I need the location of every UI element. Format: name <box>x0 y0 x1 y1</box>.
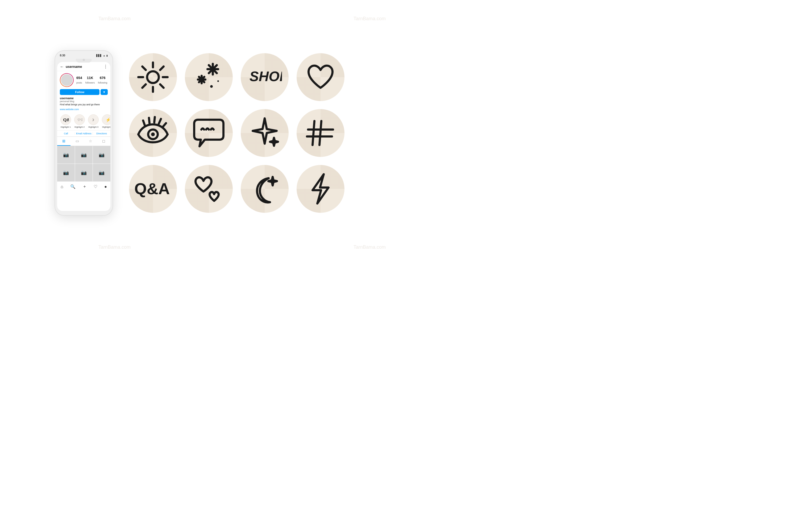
svg-text:Q&: Q& <box>63 117 69 122</box>
svg-point-4 <box>147 71 159 83</box>
highlight-item-2[interactable]: ♡♡ Highlight 2 <box>74 114 86 128</box>
icon-grid: SHOP <box>129 53 344 213</box>
qa-text-icon: Q&A <box>133 172 173 206</box>
highlight-item-1[interactable]: Q& Highlight 1 <box>60 114 72 128</box>
photo-cell-1: 📷 <box>57 146 75 164</box>
ig-bio-link[interactable]: www.website.com <box>60 108 79 111</box>
grid-tab-tagged[interactable]: ☆ <box>84 137 97 146</box>
svg-line-10 <box>160 84 164 88</box>
highlight-circle-3: ☽ <box>88 114 99 125</box>
eye-icon-circle <box>129 109 177 157</box>
ig-follow-row: Follow ▼ <box>60 89 108 95</box>
stat-posts-value: 654 <box>76 76 82 80</box>
qa-icon-circle: Q&A <box>129 165 177 213</box>
phone-notch <box>76 59 92 62</box>
grid-tab-posts[interactable]: ⊞ <box>57 137 71 146</box>
shop-text-icon: SHOP <box>247 60 282 94</box>
lightning-icon-circle <box>297 165 344 213</box>
grid-tab-profile[interactable]: ◻ <box>97 137 110 146</box>
action-tab-email[interactable]: Email Address <box>75 132 93 135</box>
ig-bio-category: personal blog <box>60 100 108 103</box>
chat-icon-circle <box>185 109 233 157</box>
svg-text:☽: ☽ <box>91 118 94 122</box>
ig-bio-name: username <box>60 97 108 100</box>
main-container: 8:30 ▋▋▋ ▲ ▮ ← username ⋮ <box>44 40 355 226</box>
ig-bio-text: Find what brings you joy and go there <box>60 103 108 106</box>
add-icon[interactable]: ＋ <box>82 184 87 189</box>
watermark-tr: TarnBama.com <box>354 16 386 22</box>
search-icon[interactable]: 🔍 <box>70 184 76 189</box>
photo-cell-2: 📷 <box>75 146 93 164</box>
ig-stats: 654 posts 11K followers 676 following <box>76 76 108 84</box>
stat-posts-label: posts <box>76 81 82 84</box>
hashtag-icon-circle <box>297 109 344 157</box>
svg-line-11 <box>160 66 164 70</box>
watermark-bl: TarnBama.com <box>98 244 131 250</box>
four-point-stars-icon <box>246 114 283 152</box>
heart-outline-icon <box>303 60 338 94</box>
sun-icon-circle <box>129 53 177 101</box>
stat-following-value: 676 <box>98 76 107 80</box>
phone-screen: ← username ⋮ 654 posts 11K <box>57 62 110 211</box>
highlight-circle-1: Q& <box>60 114 71 125</box>
svg-point-21 <box>210 85 213 88</box>
heart-icon-circle <box>297 53 344 101</box>
phone-time: 8:30 <box>60 54 65 57</box>
ig-highlights-row: Q& Highlight 1 ♡♡ Highlight 2 <box>57 112 110 130</box>
svg-line-9 <box>142 66 146 70</box>
svg-text:SHOP: SHOP <box>249 69 282 84</box>
stat-followers-value: 11K <box>86 76 95 80</box>
highlight-label-2: Highlight 2 <box>75 126 84 128</box>
highlight-item-4[interactable]: ⚡ Highlight 4 <box>101 114 110 128</box>
svg-text:Q&A: Q&A <box>134 180 170 198</box>
watermark-tl: TarnBama.com <box>98 16 131 22</box>
photo-cell-4: 📷 <box>57 164 75 182</box>
sparkles-icon <box>191 60 226 94</box>
phone-mockup: 8:30 ▋▋▋ ▲ ▮ ← username ⋮ <box>55 50 113 216</box>
svg-point-25 <box>151 132 155 136</box>
camera-icon-1: 📷 <box>63 152 69 158</box>
heart-icon[interactable]: ♡ <box>94 184 97 189</box>
svg-line-12 <box>142 84 146 88</box>
follow-button[interactable]: Follow <box>60 89 99 95</box>
moon-icon-circle <box>241 165 289 213</box>
action-tab-directions[interactable]: Directions <box>93 132 110 135</box>
lightning-icon <box>305 170 337 208</box>
camera-icon-5: 📷 <box>81 170 87 175</box>
highlight-label-1: Highlight 1 <box>61 126 71 128</box>
ig-profile-top: 654 posts 11K followers 676 following <box>60 73 108 87</box>
profile-icon[interactable]: ● <box>104 184 107 189</box>
phone-status-icons: ▋▋▋ ▲ ▮ <box>96 54 108 57</box>
hearts-icon-circle <box>185 165 233 213</box>
svg-text:♡♡: ♡♡ <box>77 118 83 122</box>
wifi-icon: ▲ <box>103 54 105 57</box>
ig-bottom-bar: ⌂ 🔍 ＋ ♡ ● <box>57 182 110 190</box>
home-icon[interactable]: ⌂ <box>61 184 63 189</box>
watermark-br: TarnBama.com <box>354 244 386 250</box>
moon-small-icon: ☽ <box>90 116 97 123</box>
svg-line-28 <box>154 117 155 122</box>
chat-bubble-icon <box>190 116 227 150</box>
follow-dropdown-button[interactable]: ▼ <box>100 89 108 95</box>
ig-grid-tabs: ⊞ ▭ ☆ ◻ <box>57 136 110 146</box>
action-tab-call[interactable]: Call <box>57 132 75 135</box>
svg-line-29 <box>159 119 161 124</box>
grid-tab-reels[interactable]: ▭ <box>71 137 84 146</box>
highlight-item-3[interactable]: ☽ Highlight 3 <box>88 114 99 128</box>
svg-line-31 <box>312 121 315 145</box>
svg-line-27 <box>149 118 150 123</box>
ig-profile-section: 654 posts 11K followers 676 following <box>57 71 110 112</box>
svg-point-22 <box>217 80 219 82</box>
svg-text:⚡: ⚡ <box>106 117 110 122</box>
shop-icon-circle: SHOP <box>241 53 289 101</box>
more-options-icon[interactable]: ⋮ <box>103 64 108 69</box>
hearts-icon <box>190 170 227 208</box>
camera-icon-6: 📷 <box>99 170 104 175</box>
sparkles-icon-circle <box>185 53 233 101</box>
hearts-small-icon: ♡♡ <box>76 116 83 123</box>
stat-following: 676 following <box>98 76 107 84</box>
back-arrow-icon[interactable]: ← <box>60 64 64 69</box>
svg-line-30 <box>163 123 166 127</box>
ig-action-tabs: Call Email Address Directions <box>57 130 110 136</box>
signal-icon: ▋▋▋ <box>96 54 102 57</box>
